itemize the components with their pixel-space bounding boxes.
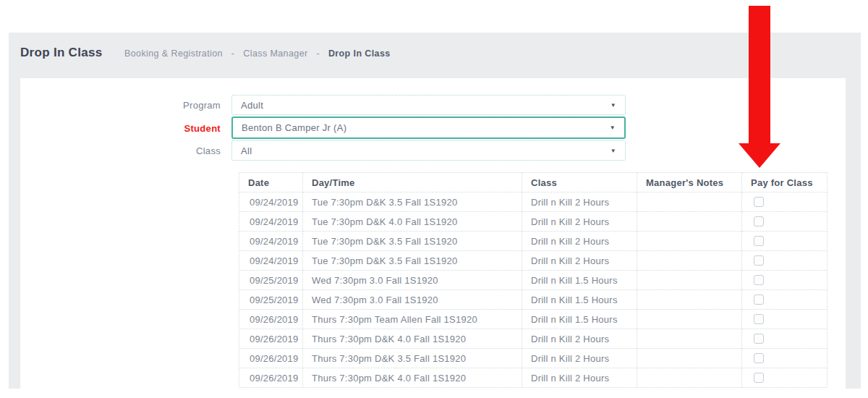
program-select[interactable]: Adult ▼ — [231, 95, 626, 115]
table-row: 09/24/2019Tue 7:30pm D&K 4.0 Fall 1S1920… — [239, 212, 827, 232]
cell-managers-notes — [637, 232, 742, 251]
cell-day-time: Thurs 7:30pm D&K 3.5 Fall 1S1920 — [303, 349, 522, 368]
pay-for-class-checkbox[interactable] — [754, 353, 764, 363]
column-header-class: Class — [522, 173, 637, 192]
cell-managers-notes — [637, 368, 742, 388]
cell-day-time: Wed 7:30pm 3.0 Fall 1S1920 — [303, 290, 522, 310]
cell-class: Drill n Kill 2 Hours — [522, 329, 637, 349]
cell-pay-for-class — [742, 368, 827, 388]
cell-date: 09/24/2019 — [239, 192, 303, 212]
cell-date: 09/26/2019 — [239, 368, 303, 388]
cell-date: 09/24/2019 — [239, 232, 303, 251]
table-row: 09/24/2019Tue 7:30pm D&K 3.5 Fall 1S1920… — [239, 192, 827, 212]
cell-managers-notes — [637, 251, 742, 271]
pay-for-class-checkbox[interactable] — [754, 373, 764, 383]
cell-day-time: Tue 7:30pm D&K 3.5 Fall 1S1920 — [303, 251, 522, 271]
table-row: 09/26/2019Thurs 7:30pm D&K 4.0 Fall 1S19… — [239, 329, 827, 349]
content-card: Program Adult ▼ Student Benton B Camper … — [20, 78, 846, 389]
cell-day-time: Tue 7:30pm D&K 3.5 Fall 1S1920 — [303, 192, 522, 212]
cell-class: Drill n Kill 2 Hours — [522, 349, 637, 368]
cell-date: 09/25/2019 — [239, 271, 303, 290]
cell-managers-notes — [637, 290, 742, 310]
pay-for-class-checkbox[interactable] — [754, 197, 764, 207]
class-field-row: Class All ▼ — [20, 140, 642, 161]
cell-class: Drill n Kill 1.5 Hours — [522, 271, 637, 290]
breadcrumb-class-manager[interactable]: Class Manager — [243, 48, 307, 59]
cell-pay-for-class — [742, 349, 827, 368]
chevron-down-icon: ▼ — [610, 124, 616, 131]
breadcrumb: Booking & Registration - Class Manager -… — [124, 48, 391, 59]
cell-day-time: Thurs 7:30pm D&K 4.0 Fall 1S1920 — [303, 329, 522, 349]
class-select[interactable]: All ▼ — [231, 140, 626, 161]
cell-pay-for-class — [742, 192, 827, 212]
cell-pay-for-class — [742, 290, 827, 310]
cell-managers-notes — [637, 310, 742, 329]
cell-day-time: Thurs 7:30pm D&K 4.0 Fall 1S1920 — [303, 368, 522, 388]
chevron-down-icon: ▼ — [610, 148, 616, 154]
table-row: 09/24/2019Tue 7:30pm D&K 3.5 Fall 1S1920… — [239, 251, 827, 271]
class-select-value: All — [241, 145, 252, 156]
column-header-pay-for-class: Pay for Class — [742, 173, 827, 192]
student-label: Student — [20, 122, 221, 133]
cell-day-time: Tue 7:30pm D&K 4.0 Fall 1S1920 — [303, 212, 522, 232]
column-header-managers-notes: Manager's Notes — [637, 173, 742, 192]
cell-pay-for-class — [742, 310, 827, 329]
cell-date: 09/24/2019 — [239, 212, 303, 232]
cell-day-time: Thurs 7:30pm Team Allen Fall 1S1920 — [303, 310, 522, 329]
student-select[interactable]: Benton B Camper Jr (A) ▼ — [231, 117, 626, 139]
breadcrumb-separator: - — [316, 48, 320, 59]
table-row: 09/26/2019Thurs 7:30pm D&K 4.0 Fall 1S19… — [239, 368, 827, 388]
cell-day-time: Wed 7:30pm 3.0 Fall 1S1920 — [303, 271, 522, 290]
cell-class: Drill n Kill 2 Hours — [522, 192, 637, 212]
cell-day-time: Tue 7:30pm D&K 3.5 Fall 1S1920 — [303, 232, 522, 251]
table-row: 09/25/2019Wed 7:30pm 3.0 Fall 1S1920Dril… — [239, 271, 827, 290]
table-row: 09/24/2019Tue 7:30pm D&K 3.5 Fall 1S1920… — [239, 232, 827, 251]
program-label: Program — [20, 100, 221, 111]
cell-pay-for-class — [742, 251, 827, 271]
cell-class: Drill n Kill 2 Hours — [522, 368, 637, 388]
student-select-value: Benton B Camper Jr (A) — [242, 122, 346, 133]
cell-date: 09/24/2019 — [239, 251, 303, 271]
breadcrumb-booking-registration[interactable]: Booking & Registration — [124, 48, 223, 59]
class-label: Class — [20, 145, 221, 156]
table-header-row: Date Day/Time Class Manager's Notes Pay … — [239, 173, 827, 192]
cell-class: Drill n Kill 1.5 Hours — [522, 290, 637, 310]
cell-pay-for-class — [742, 271, 827, 290]
program-select-value: Adult — [241, 100, 263, 111]
page-title: Drop In Class — [20, 46, 102, 60]
pay-for-class-checkbox[interactable] — [754, 314, 764, 324]
drop-in-class-page: Drop In Class Booking & Registration - C… — [0, 0, 868, 398]
table-row: 09/25/2019Wed 7:30pm 3.0 Fall 1S1920Dril… — [239, 290, 827, 310]
breadcrumb-separator: - — [231, 48, 235, 59]
pay-for-class-checkbox[interactable] — [754, 275, 764, 285]
pay-for-class-checkbox[interactable] — [754, 236, 764, 246]
table-row: 09/26/2019Thurs 7:30pm D&K 3.5 Fall 1S19… — [239, 349, 827, 368]
drop-in-class-table: Date Day/Time Class Manager's Notes Pay … — [239, 172, 827, 388]
cell-class: Drill n Kill 2 Hours — [522, 251, 637, 271]
student-field-row: Student Benton B Camper Jr (A) ▼ — [20, 117, 642, 139]
cell-class: Drill n Kill 2 Hours — [522, 232, 637, 251]
table-row: 09/26/2019Thurs 7:30pm Team Allen Fall 1… — [239, 310, 827, 329]
cell-pay-for-class — [742, 329, 827, 349]
cell-managers-notes — [637, 212, 742, 232]
pay-for-class-checkbox[interactable] — [754, 295, 764, 305]
cell-managers-notes — [637, 329, 742, 349]
cell-managers-notes — [637, 192, 742, 212]
page-header: Drop In Class Booking & Registration - C… — [9, 33, 861, 78]
pay-for-class-checkbox[interactable] — [754, 334, 764, 344]
cell-date: 09/25/2019 — [239, 290, 303, 310]
cell-date: 09/26/2019 — [239, 310, 303, 329]
cell-date: 09/26/2019 — [239, 329, 303, 349]
pay-for-class-checkbox[interactable] — [754, 216, 764, 226]
cell-managers-notes — [637, 271, 742, 290]
chevron-down-icon: ▼ — [610, 102, 616, 109]
pay-for-class-checkbox[interactable] — [754, 255, 764, 266]
cell-class: Drill n Kill 2 Hours — [522, 212, 637, 232]
breadcrumb-drop-in-class: Drop In Class — [328, 48, 391, 59]
cell-class: Drill n Kill 1.5 Hours — [522, 310, 637, 329]
cell-pay-for-class — [742, 232, 827, 251]
program-field-row: Program Adult ▼ — [20, 95, 642, 115]
cell-date: 09/26/2019 — [239, 349, 303, 368]
column-header-day-time: Day/Time — [303, 173, 522, 192]
cell-pay-for-class — [742, 212, 827, 232]
